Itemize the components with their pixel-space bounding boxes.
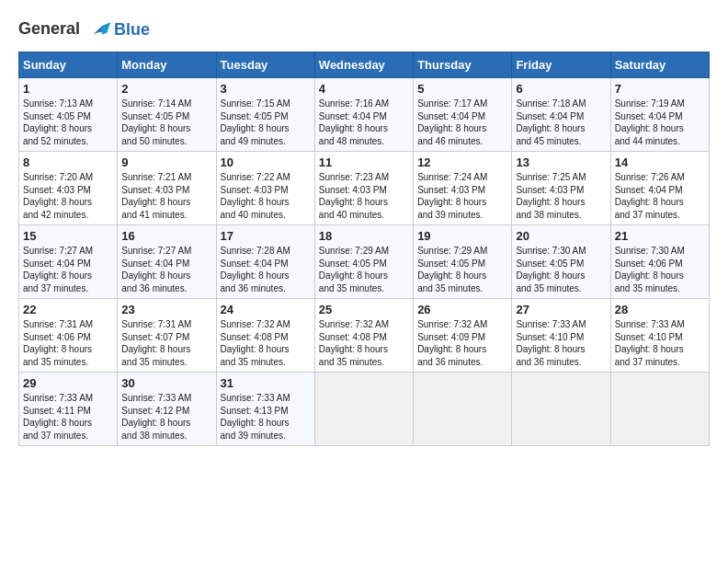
day-info: Sunrise: 7:30 AM Sunset: 4:06 PM Dayligh… xyxy=(615,245,705,294)
day-info: Sunrise: 7:15 AM Sunset: 4:05 PM Dayligh… xyxy=(221,98,311,147)
day-info: Sunrise: 7:18 AM Sunset: 4:04 PM Dayligh… xyxy=(516,98,606,147)
day-info: Sunrise: 7:26 AM Sunset: 4:04 PM Dayligh… xyxy=(615,171,705,221)
day-number: 7 xyxy=(615,82,705,96)
col-header-saturday: Saturday xyxy=(610,52,709,78)
day-info: Sunrise: 7:27 AM Sunset: 4:04 PM Dayligh… xyxy=(23,245,113,294)
col-header-wednesday: Wednesday xyxy=(314,52,413,78)
logo-blue: Blue xyxy=(114,20,150,40)
day-cell: 6Sunrise: 7:18 AM Sunset: 4:04 PM Daylig… xyxy=(512,78,610,152)
day-info: Sunrise: 7:30 AM Sunset: 4:05 PM Dayligh… xyxy=(516,245,606,294)
day-cell: 14Sunrise: 7:26 AM Sunset: 4:04 PM Dayli… xyxy=(610,152,709,225)
week-row-2: 8Sunrise: 7:20 AM Sunset: 4:03 PM Daylig… xyxy=(19,152,710,225)
day-cell: 19Sunrise: 7:29 AM Sunset: 4:05 PM Dayli… xyxy=(414,225,512,299)
day-cell: 5Sunrise: 7:17 AM Sunset: 4:04 PM Daylig… xyxy=(414,78,512,152)
day-info: Sunrise: 7:33 AM Sunset: 4:11 PM Dayligh… xyxy=(23,392,113,442)
day-number: 26 xyxy=(417,303,507,316)
day-cell: 4Sunrise: 7:16 AM Sunset: 4:04 PM Daylig… xyxy=(314,78,413,152)
day-cell xyxy=(610,373,709,446)
day-number: 29 xyxy=(23,376,113,390)
day-cell xyxy=(414,373,512,446)
svg-marker-1 xyxy=(102,23,110,35)
week-row-3: 15Sunrise: 7:27 AM Sunset: 4:04 PM Dayli… xyxy=(19,225,710,299)
day-info: Sunrise: 7:24 AM Sunset: 4:03 PM Dayligh… xyxy=(417,171,507,221)
col-header-tuesday: Tuesday xyxy=(216,52,314,78)
week-row-4: 22Sunrise: 7:31 AM Sunset: 4:06 PM Dayli… xyxy=(19,299,710,373)
day-number: 11 xyxy=(319,155,409,169)
day-info: Sunrise: 7:32 AM Sunset: 4:09 PM Dayligh… xyxy=(417,318,507,368)
day-number: 22 xyxy=(23,303,113,316)
week-row-5: 29Sunrise: 7:33 AM Sunset: 4:11 PM Dayli… xyxy=(19,373,710,446)
day-info: Sunrise: 7:28 AM Sunset: 4:04 PM Dayligh… xyxy=(221,245,311,294)
day-number: 6 xyxy=(516,82,606,96)
day-number: 5 xyxy=(417,82,507,96)
day-number: 23 xyxy=(121,303,211,316)
day-cell: 23Sunrise: 7:31 AM Sunset: 4:07 PM Dayli… xyxy=(118,299,216,373)
day-number: 10 xyxy=(221,155,311,169)
day-number: 25 xyxy=(319,303,409,316)
day-number: 2 xyxy=(121,82,211,96)
day-cell: 15Sunrise: 7:27 AM Sunset: 4:04 PM Dayli… xyxy=(19,225,118,299)
day-number: 4 xyxy=(319,82,409,96)
day-cell: 26Sunrise: 7:32 AM Sunset: 4:09 PM Dayli… xyxy=(414,299,512,373)
day-cell: 10Sunrise: 7:22 AM Sunset: 4:03 PM Dayli… xyxy=(216,152,314,225)
day-cell: 12Sunrise: 7:24 AM Sunset: 4:03 PM Dayli… xyxy=(414,152,512,225)
day-cell: 1Sunrise: 7:13 AM Sunset: 4:05 PM Daylig… xyxy=(19,78,118,152)
day-info: Sunrise: 7:16 AM Sunset: 4:04 PM Dayligh… xyxy=(319,98,409,147)
day-number: 31 xyxy=(221,376,311,390)
day-info: Sunrise: 7:33 AM Sunset: 4:10 PM Dayligh… xyxy=(516,318,606,368)
header: General Blue xyxy=(18,17,710,42)
day-cell: 31Sunrise: 7:33 AM Sunset: 4:13 PM Dayli… xyxy=(216,373,314,446)
day-number: 14 xyxy=(615,155,705,169)
day-number: 3 xyxy=(221,82,311,96)
day-info: Sunrise: 7:31 AM Sunset: 4:07 PM Dayligh… xyxy=(121,318,211,368)
header-row: SundayMondayTuesdayWednesdayThursdayFrid… xyxy=(19,52,710,78)
day-info: Sunrise: 7:33 AM Sunset: 4:12 PM Dayligh… xyxy=(121,392,211,442)
day-info: Sunrise: 7:27 AM Sunset: 4:04 PM Dayligh… xyxy=(121,245,211,294)
day-number: 1 xyxy=(23,82,113,96)
day-info: Sunrise: 7:31 AM Sunset: 4:06 PM Dayligh… xyxy=(23,318,113,368)
day-number: 9 xyxy=(121,155,211,169)
day-info: Sunrise: 7:20 AM Sunset: 4:03 PM Dayligh… xyxy=(23,171,113,221)
day-cell: 30Sunrise: 7:33 AM Sunset: 4:12 PM Dayli… xyxy=(118,373,216,446)
day-info: Sunrise: 7:29 AM Sunset: 4:05 PM Dayligh… xyxy=(319,245,409,294)
day-info: Sunrise: 7:21 AM Sunset: 4:03 PM Dayligh… xyxy=(121,171,211,221)
col-header-monday: Monday xyxy=(118,52,216,78)
day-number: 12 xyxy=(417,155,507,169)
day-number: 17 xyxy=(221,229,311,243)
day-cell: 16Sunrise: 7:27 AM Sunset: 4:04 PM Dayli… xyxy=(118,225,216,299)
logo-bird-icon xyxy=(86,17,112,42)
logo-general: General xyxy=(18,19,80,38)
day-cell: 3Sunrise: 7:15 AM Sunset: 4:05 PM Daylig… xyxy=(216,78,314,152)
day-number: 15 xyxy=(23,229,113,243)
col-header-friday: Friday xyxy=(512,52,610,78)
day-cell xyxy=(314,373,413,446)
day-number: 16 xyxy=(121,229,211,243)
day-cell: 27Sunrise: 7:33 AM Sunset: 4:10 PM Dayli… xyxy=(512,299,610,373)
day-info: Sunrise: 7:32 AM Sunset: 4:08 PM Dayligh… xyxy=(221,318,311,368)
day-info: Sunrise: 7:17 AM Sunset: 4:04 PM Dayligh… xyxy=(417,98,507,147)
day-number: 8 xyxy=(23,155,113,169)
day-cell: 11Sunrise: 7:23 AM Sunset: 4:03 PM Dayli… xyxy=(314,152,413,225)
day-number: 21 xyxy=(615,229,705,243)
day-cell: 29Sunrise: 7:33 AM Sunset: 4:11 PM Dayli… xyxy=(19,373,118,446)
day-info: Sunrise: 7:33 AM Sunset: 4:10 PM Dayligh… xyxy=(615,318,705,368)
day-info: Sunrise: 7:32 AM Sunset: 4:08 PM Dayligh… xyxy=(319,318,409,368)
day-number: 27 xyxy=(516,303,606,316)
day-number: 19 xyxy=(417,229,507,243)
day-info: Sunrise: 7:13 AM Sunset: 4:05 PM Dayligh… xyxy=(23,98,113,147)
day-info: Sunrise: 7:29 AM Sunset: 4:05 PM Dayligh… xyxy=(417,245,507,294)
day-cell: 21Sunrise: 7:30 AM Sunset: 4:06 PM Dayli… xyxy=(610,225,709,299)
day-info: Sunrise: 7:22 AM Sunset: 4:03 PM Dayligh… xyxy=(221,171,311,221)
day-cell: 2Sunrise: 7:14 AM Sunset: 4:05 PM Daylig… xyxy=(118,78,216,152)
day-info: Sunrise: 7:14 AM Sunset: 4:05 PM Dayligh… xyxy=(121,98,211,147)
day-cell: 9Sunrise: 7:21 AM Sunset: 4:03 PM Daylig… xyxy=(118,152,216,225)
day-info: Sunrise: 7:33 AM Sunset: 4:13 PM Dayligh… xyxy=(221,392,311,442)
day-info: Sunrise: 7:25 AM Sunset: 4:03 PM Dayligh… xyxy=(516,171,606,221)
day-number: 30 xyxy=(121,376,211,390)
day-cell: 7Sunrise: 7:19 AM Sunset: 4:04 PM Daylig… xyxy=(610,78,709,152)
day-cell xyxy=(512,373,610,446)
day-cell: 17Sunrise: 7:28 AM Sunset: 4:04 PM Dayli… xyxy=(216,225,314,299)
day-info: Sunrise: 7:19 AM Sunset: 4:04 PM Dayligh… xyxy=(615,98,705,147)
day-number: 28 xyxy=(615,303,705,316)
logo: General Blue xyxy=(18,17,150,42)
